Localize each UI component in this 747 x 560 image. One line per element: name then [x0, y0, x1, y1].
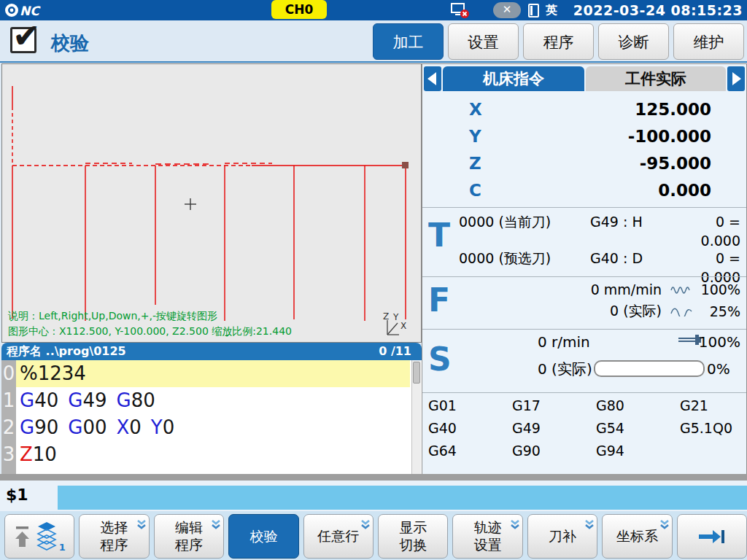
program-header: 程序名 ..\prog\0125 0 /11: [1, 343, 422, 360]
tool-current: 0000 (当前刀): [459, 212, 590, 231]
title-tab-row: ✔ 校验 加工 设置 程序 诊断 维护: [0, 20, 747, 63]
gcode-cell: G94: [596, 443, 680, 465]
softkey-select-program[interactable]: 选择程序: [79, 514, 149, 559]
top-status-bar: NC CH0 ✕ 英 2022-03-24 08:15:23: [0, 0, 747, 20]
axis-name: Z: [469, 150, 481, 177]
page-title: 校验: [51, 31, 89, 56]
tab-settings[interactable]: 设置: [448, 23, 519, 60]
gcode-cell: G01: [428, 397, 512, 420]
spindle-row-command: 0 r/min 100%: [422, 332, 746, 353]
feed-override-pct: 100%: [695, 281, 740, 298]
scrollbar-thumb[interactable]: [413, 362, 420, 384]
line-number: 1: [1, 387, 16, 414]
feed-command-value: 0 mm/min: [495, 281, 667, 298]
spindle-override-pct: 100%: [699, 332, 740, 351]
softkey-tool-compensation[interactable]: 刀补: [527, 514, 597, 559]
feed-actual-value: 0 (实际): [495, 302, 667, 321]
gcode-cell: G54: [596, 420, 680, 443]
program-name: 程序名 ..\prog\0125: [7, 344, 126, 359]
tool-row-preselect: 0000 (预选刀) G40 : D 0 = 0.000: [459, 249, 740, 268]
suspend-status-icon: ✕: [493, 2, 521, 18]
tool-d-offset: 0 = 0.000: [675, 249, 740, 268]
spindle-load-bar: [594, 360, 705, 377]
tab-diagnosis[interactable]: 诊断: [598, 23, 669, 60]
softkey-verify[interactable]: 校验: [228, 514, 298, 559]
gcode-cell: G49: [512, 420, 596, 443]
axis-value: -95.000: [640, 150, 711, 177]
tool-preselect: 0000 (预选刀): [459, 249, 590, 268]
softkey-edit-program[interactable]: 编辑程序: [154, 514, 224, 559]
axis-row: X 125.000: [422, 96, 746, 123]
axis-value: 125.000: [635, 96, 711, 123]
next-page-arrow-icon: [697, 528, 727, 545]
tab-maintenance[interactable]: 维护: [673, 23, 744, 60]
spindle-row-actual: 0 (实际) 0%: [422, 359, 746, 380]
tool-h-offset: 0 = 0.000: [675, 212, 740, 231]
chevron-double-down-icon: [659, 517, 670, 533]
toolpath-graphics-panel: 说明：Left,Right,Up,Down,+,-按键旋转图形 图形中心：X11…: [1, 63, 422, 343]
network-error-icon: [449, 2, 471, 22]
tool-row-current: 0000 (当前刀) G49 : H 0 = 0.000: [459, 212, 740, 231]
feed-row-actual: 0 (实际) 25%: [495, 302, 740, 321]
language-indicator[interactable]: 英: [546, 3, 557, 18]
feed-section-letter: F: [428, 284, 450, 316]
softkey-bar: 1 选择程序 编辑程序 校验 任意行 显示切换: [0, 511, 747, 560]
channel-status-row: $1: [0, 481, 747, 511]
return-top-icon: [14, 526, 31, 548]
axis-value: -100.000: [628, 123, 711, 150]
chevron-double-down-icon: [136, 517, 147, 533]
tab-program[interactable]: 程序: [523, 23, 594, 60]
gcode-cell: G80: [596, 397, 680, 420]
coord-next-arrow[interactable]: [727, 66, 745, 91]
verify-check-icon: ✔: [10, 27, 36, 53]
softkey-display-switch[interactable]: 显示切换: [378, 514, 448, 559]
softkey-coordinate-system[interactable]: 坐标系: [602, 514, 672, 559]
cnc-screen: NC CH0 ✕ 英 2022-03-24 08:15:23 ✔ 校验 加工 设…: [0, 0, 747, 560]
coord-prev-arrow[interactable]: [424, 66, 441, 91]
line-number: 0: [1, 360, 16, 387]
line-number: 3: [1, 441, 16, 468]
softkey-any-line[interactable]: 任意行: [303, 514, 374, 559]
axis-row: Z -95.000: [422, 150, 746, 177]
gcode-cell: G90: [512, 443, 596, 465]
program-line[interactable]: 2 G90G00X0Y0: [1, 414, 422, 441]
status-panel: 机床指令 工件实际 X 125.000 Y -100.000 Z -95.000…: [422, 63, 747, 475]
axis-y-label: Y: [393, 312, 398, 322]
axis-name: C: [469, 177, 481, 204]
layer-count-badge: 1: [59, 542, 66, 557]
gcode-cell: G17: [512, 397, 596, 420]
ime-indicator-icon: [528, 4, 539, 18]
spindle-load-pct: 0%: [707, 359, 730, 378]
divider-bar: [0, 474, 747, 481]
gcode-cell: G64: [428, 443, 512, 465]
program-scrollbar[interactable]: [411, 360, 421, 475]
tab-machining[interactable]: 加工: [373, 23, 444, 60]
axis-x-label: X: [400, 321, 406, 331]
gcode-cell: G5.1Q0: [680, 420, 747, 443]
graphics-center-text: 图形中心：X112.500, Y-100.000, Z2.500 缩放比例:21…: [8, 325, 292, 338]
softkey-next-page[interactable]: [677, 514, 747, 559]
tool-section-letter: T: [428, 219, 450, 252]
main-tabs: 加工 设置 程序 诊断 维护: [373, 23, 744, 60]
tab-workpiece-actual[interactable]: 工件实际: [586, 66, 726, 91]
channel-label: $1: [6, 486, 28, 504]
softkey-track-settings[interactable]: 轨迹设置: [452, 514, 522, 559]
program-line[interactable]: 3 Z10: [1, 441, 422, 468]
channel-badge[interactable]: CH0: [271, 0, 327, 19]
spindle-actual-value: 0 (实际): [538, 359, 592, 378]
axis-value: 0.000: [658, 177, 711, 204]
softkey-menu-nav[interactable]: 1: [4, 514, 74, 559]
program-line[interactable]: 0 %1234: [1, 360, 422, 387]
tab-machine-command[interactable]: 机床指令: [443, 66, 584, 91]
chevron-double-down-icon: [360, 517, 371, 533]
tool-h-gcode: G49 : H: [590, 212, 675, 231]
chevron-double-down-icon: [584, 517, 595, 533]
rapid-override-pct: 25%: [695, 303, 740, 319]
axis-z-label: Z: [383, 311, 389, 322]
message-strip: [58, 486, 747, 510]
axis-row: Y -100.000: [422, 123, 746, 150]
layers-icon: [36, 521, 58, 553]
spindle-command-value: 0 r/min: [538, 332, 590, 351]
program-line[interactable]: 1 G40G49G80: [1, 387, 422, 414]
tool-d-gcode: G40 : D: [590, 249, 675, 268]
